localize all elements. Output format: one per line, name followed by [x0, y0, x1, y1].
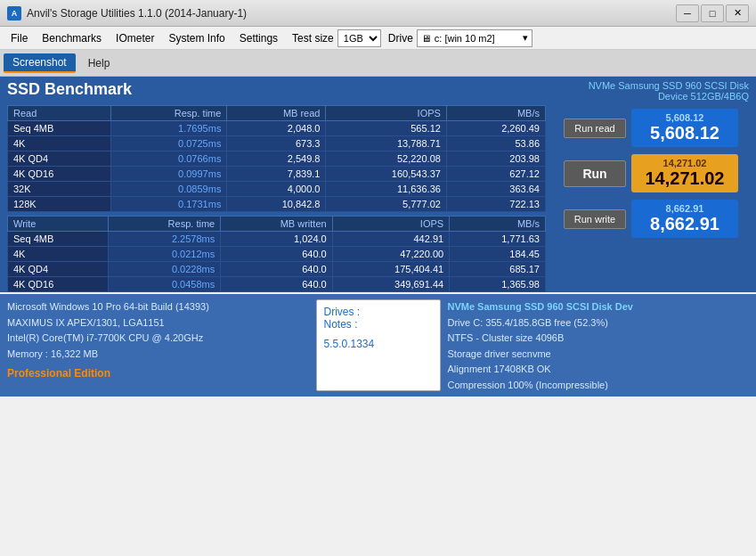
disk-info: NVMe Samsung SSD 960 SCSI Disk Dev Drive…	[448, 299, 750, 391]
disk-line4: Alignment 17408KB OK	[448, 362, 750, 378]
table-row: 32K0.0859ms4,000.011,636.36363.64	[8, 182, 546, 197]
table-row: Seq 4MB1.7695ms2,048.0565.122,260.49	[8, 121, 546, 136]
table-row: 4K QD40.0228ms640.0175,404.41685.17	[8, 262, 546, 277]
drive-select[interactable]: 🖥 c: [win 10 m2] ▾	[417, 29, 532, 47]
device-line1: NVMe Samsung SSD 960 SCSI Disk	[589, 80, 749, 91]
write-score-box: 8,662.91 8,662.91	[631, 200, 738, 238]
read-cell-1: 0.0859ms	[110, 182, 226, 197]
read-cell-0: Seq 4MB	[8, 121, 111, 136]
menu-systeminfo[interactable]: System Info	[161, 29, 232, 47]
read-cell-4: 627.12	[446, 167, 545, 182]
disk-line3: Storage driver secnvme	[448, 347, 750, 363]
table-row: 4K QD40.0766ms2,549.852,220.08203.98	[8, 151, 546, 167]
write-mbs-header: MB/s	[450, 217, 546, 232]
read-cell-3: 13,788.71	[326, 136, 446, 151]
write-cell-1: 2.2578ms	[108, 232, 221, 247]
read-cell-2: 673.3	[227, 136, 326, 151]
disk-line2: NTFS - Cluster size 4096B	[448, 331, 750, 347]
table-row: 4K QD160.0997ms7,839.1160,543.37627.12	[8, 167, 546, 182]
read-cell-2: 7,839.1	[227, 167, 326, 182]
minimize-button[interactable]: ─	[676, 4, 699, 22]
sys-line4: Memory : 16,322 MB	[7, 347, 309, 363]
write-cell-2: 640.0	[221, 247, 332, 262]
write-resptime-header: Resp. time	[108, 217, 221, 232]
iops-col-header: IOPS	[326, 106, 446, 121]
ssd-benchmark-title: SSD Benchmark	[7, 80, 132, 99]
sys-line3: Intel(R) Core(TM) i7-7700K CPU @ 4.20GHz	[7, 331, 309, 347]
disk-title: NVMe Samsung SSD 960 SCSI Disk Dev	[448, 299, 750, 315]
run-read-row: Run read 5,608.12 5,608.12	[564, 109, 738, 147]
total-score-box: 14,271.02 14,271.02	[631, 154, 738, 192]
read-cell-0: 4K QD4	[8, 151, 111, 167]
notes-box: Drives : Notes : 5.5.0.1334	[316, 299, 441, 391]
notes-label: Notes :	[324, 318, 433, 331]
read-cell-0: 4K	[8, 136, 111, 151]
read-table: Read Resp. time MB read IOPS MB/s Seq 4M…	[7, 105, 546, 212]
read-cell-1: 0.0725ms	[110, 136, 226, 151]
write-cell-4: 184.45	[450, 247, 546, 262]
drive-icon: 🖥	[421, 33, 431, 44]
close-button[interactable]: ✕	[726, 4, 749, 22]
bench-controls: Run read 5,608.12 5,608.12 Run 14,271.02…	[553, 105, 749, 292]
header-bar: SSD Benchmark NVMe Samsung SSD 960 SCSI …	[0, 77, 756, 105]
menu-file[interactable]: File	[4, 29, 35, 47]
test-size-select[interactable]: 1GB	[337, 29, 381, 47]
disk-line1: Drive C: 355.4/185.8GB free (52.3%)	[448, 315, 750, 331]
write-cell-3: 442.91	[332, 232, 449, 247]
run-row: Run 14,271.02 14,271.02	[564, 154, 738, 192]
read-cell-3: 565.12	[326, 121, 446, 136]
window-title: Anvil's Storage Utilities 1.1.0 (2014-Ja…	[27, 7, 676, 20]
read-cell-4: 363.64	[446, 182, 545, 197]
read-cell-3: 52,220.08	[326, 151, 446, 167]
run-read-button[interactable]: Run read	[564, 119, 626, 138]
write-cell-3: 349,691.44	[332, 277, 449, 292]
write-cell-0: 4K QD16	[8, 277, 109, 292]
menu-settings[interactable]: Settings	[232, 29, 285, 47]
app-icon: A	[7, 6, 21, 20]
read-cell-1: 1.7695ms	[110, 121, 226, 136]
read-cell-1: 0.0766ms	[110, 151, 226, 167]
run-write-button[interactable]: Run write	[564, 209, 626, 229]
read-score-small: 5,608.12	[640, 112, 729, 123]
write-cell-4: 1,771.63	[450, 232, 546, 247]
table-row: 4K0.0725ms673.313,788.7153.86	[8, 136, 546, 151]
maximize-button[interactable]: □	[701, 4, 724, 22]
read-cell-0: 32K	[8, 182, 111, 197]
menu-benchmarks[interactable]: Benchmarks	[35, 29, 109, 47]
write-cell-2: 640.0	[221, 262, 332, 277]
read-cell-2: 4,000.0	[227, 182, 326, 197]
write-cell-2: 640.0	[221, 277, 332, 292]
chevron-down-icon: ▾	[523, 32, 528, 44]
read-col-header: Read	[8, 106, 111, 121]
total-score-value: 14,271.02	[640, 168, 729, 189]
read-cell-2: 2,048.0	[227, 121, 326, 136]
mbread-col-header: MB read	[227, 106, 326, 121]
read-cell-2: 10,842.8	[227, 197, 326, 212]
table-row: 4K QD160.0458ms640.0349,691.441,365.98	[8, 277, 546, 292]
drives-label: Drives :	[324, 306, 433, 318]
write-cell-4: 1,365.98	[450, 277, 546, 292]
write-cell-0: 4K QD4	[8, 262, 109, 277]
disk-line5: Compression 100% (Incompressible)	[448, 378, 750, 394]
main-area: SSD Benchmark NVMe Samsung SSD 960 SCSI …	[0, 77, 756, 292]
run-write-row: Run write 8,662.91 8,662.91	[564, 200, 738, 238]
help-button[interactable]: Help	[79, 54, 119, 72]
screenshot-button[interactable]: Screenshot	[4, 53, 76, 73]
read-cell-0: 4K QD16	[8, 167, 111, 182]
read-cell-2: 2,549.8	[227, 151, 326, 167]
read-cell-1: 0.1731ms	[110, 197, 226, 212]
menu-iometer[interactable]: IOmeter	[109, 29, 161, 47]
device-line2: Device 512GB/4B6Q	[589, 91, 749, 102]
test-size-label: Test size	[292, 32, 334, 45]
total-score-small: 14,271.02	[640, 158, 729, 168]
table-row: 4K0.0212ms640.047,220.00184.45	[8, 247, 546, 262]
professional-edition-label: Professional Edition	[7, 365, 309, 382]
sys-line2: MAXIMUS IX APEX/1301, LGA1151	[7, 315, 309, 331]
run-button[interactable]: Run	[564, 160, 626, 187]
write-cell-1: 0.0458ms	[108, 277, 221, 292]
test-size-group: Test size 1GB	[292, 29, 381, 47]
table-row: Seq 4MB2.2578ms1,024.0442.911,771.63	[8, 232, 546, 247]
resptime-col-header: Resp. time	[110, 106, 226, 121]
bench-table-area: Read Resp. time MB read IOPS MB/s Seq 4M…	[7, 105, 546, 292]
benchmark-section: Read Resp. time MB read IOPS MB/s Seq 4M…	[0, 105, 756, 292]
